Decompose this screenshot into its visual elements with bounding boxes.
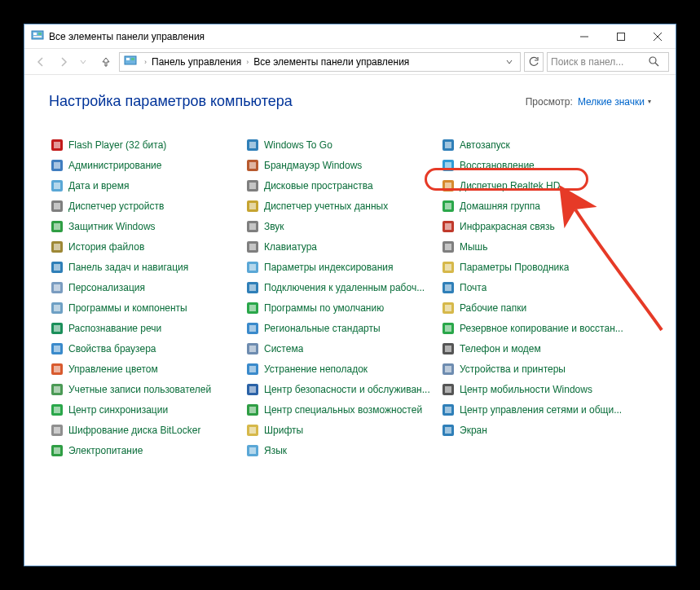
- chevron-down-icon[interactable]: [500, 53, 518, 71]
- svg-rect-18: [445, 142, 451, 148]
- svg-rect-60: [445, 284, 451, 291]
- control-panel-item[interactable]: Диспетчер Realtek HD: [440, 175, 636, 196]
- control-panel-item[interactable]: Телефон и модем: [440, 338, 636, 359]
- svg-rect-72: [445, 325, 451, 332]
- item-label: Звук: [264, 221, 284, 232]
- control-panel-item[interactable]: Центр специальных возможностей: [244, 399, 440, 420]
- item-label: Домашняя группа: [460, 200, 540, 212]
- control-panel-item[interactable]: Центр мобильности Windows: [440, 379, 636, 399]
- control-panel-item[interactable]: Язык: [244, 440, 440, 460]
- item-label: Устранение неполадок: [264, 363, 368, 375]
- control-panel-item[interactable]: Звук: [244, 216, 440, 236]
- control-panel-item[interactable]: Диспетчер учетных данных: [244, 196, 440, 216]
- navbar: › Панель управления › Все элементы панел…: [24, 48, 676, 75]
- item-icon: [51, 261, 64, 274]
- item-label: Панель задач и навигация: [68, 262, 188, 273]
- control-panel-item[interactable]: Свойства браузера: [49, 338, 244, 359]
- control-panel-item[interactable]: Защитник Windows: [49, 216, 244, 236]
- minimize-button[interactable]: [566, 24, 602, 48]
- item-icon: [51, 342, 64, 355]
- item-icon: [51, 403, 64, 416]
- breadcrumb-all-items[interactable]: Все элементы панели управления: [252, 56, 411, 68]
- item-label: Учетные записи пользователей: [68, 384, 211, 395]
- control-panel-item[interactable]: Дата и время: [49, 175, 244, 196]
- control-panel-item[interactable]: Инфракрасная связь: [440, 216, 636, 236]
- control-panel-item[interactable]: Шрифты: [244, 420, 440, 440]
- control-panel-item[interactable]: Брандмауэр Windows: [244, 155, 440, 175]
- forward-button[interactable]: [54, 52, 73, 72]
- control-panel-item[interactable]: Мышь: [440, 236, 636, 257]
- control-panel-item[interactable]: Шифрование диска BitLocker: [49, 420, 244, 440]
- control-panel-item[interactable]: Параметры индексирования: [244, 257, 440, 277]
- control-panel-item[interactable]: Центр управления сетями и общи...: [440, 399, 636, 420]
- svg-rect-88: [249, 386, 256, 393]
- control-panel-item[interactable]: Учетные записи пользователей: [49, 379, 244, 399]
- item-label: Свойства браузера: [68, 343, 156, 354]
- control-panel-item[interactable]: Клавиатура: [244, 236, 440, 257]
- search-box[interactable]: [547, 52, 669, 72]
- control-panel-item[interactable]: Центр синхронизации: [49, 399, 244, 420]
- control-panel-item[interactable]: Программы и компоненты: [49, 297, 244, 318]
- svg-rect-64: [249, 305, 256, 311]
- control-panel-item[interactable]: История файлов: [49, 236, 244, 257]
- refresh-button[interactable]: [524, 52, 544, 72]
- svg-rect-28: [249, 183, 256, 189]
- control-panel-item[interactable]: Автозапуск: [440, 134, 636, 155]
- control-panel-item[interactable]: Устройства и принтеры: [440, 359, 636, 379]
- control-panel-item[interactable]: Управление цветом: [49, 359, 244, 379]
- svg-rect-30: [445, 183, 451, 189]
- history-dropdown[interactable]: [77, 52, 90, 72]
- control-panel-item[interactable]: Администрирование: [49, 155, 244, 175]
- item-icon: [246, 363, 259, 376]
- item-icon: [246, 240, 259, 253]
- svg-rect-34: [249, 203, 256, 209]
- control-panel-item[interactable]: Панель задач и навигация: [49, 257, 244, 277]
- view-selector[interactable]: Мелкие значки: [578, 96, 651, 108]
- control-panel-item[interactable]: Экран: [440, 420, 636, 440]
- control-panel-item[interactable]: Региональные стандарты: [244, 318, 440, 338]
- control-panel-item[interactable]: Дисковые пространства: [244, 175, 440, 196]
- item-label: Брандмауэр Windows: [264, 160, 362, 171]
- control-panel-item[interactable]: Центр безопасности и обслуживан...: [244, 379, 440, 399]
- control-panel-item[interactable]: Параметры Проводника: [440, 257, 636, 277]
- control-panel-item[interactable]: Персонализация: [49, 277, 244, 297]
- control-panel-item[interactable]: Flash Player (32 бита): [49, 134, 244, 155]
- up-button[interactable]: [96, 52, 116, 72]
- svg-rect-86: [54, 386, 60, 393]
- control-panel-item[interactable]: Почта: [440, 277, 636, 297]
- svg-rect-52: [249, 264, 256, 271]
- svg-rect-22: [249, 162, 256, 169]
- svg-line-12: [655, 63, 658, 66]
- item-icon: [442, 220, 455, 233]
- control-panel-item[interactable]: Подключения к удаленным рабоч...: [244, 277, 440, 297]
- svg-rect-66: [445, 305, 451, 311]
- item-label: Подключения к удаленным рабоч...: [264, 282, 425, 293]
- control-panel-item[interactable]: Система: [244, 338, 440, 359]
- control-panel-item[interactable]: Рабочие папки: [440, 297, 636, 318]
- control-panel-item[interactable]: Распознавание речи: [49, 318, 244, 338]
- control-panel-item[interactable]: Электропитание: [49, 440, 244, 460]
- control-panel-item[interactable]: Резервное копирование и восстан...: [440, 318, 636, 338]
- control-panel-item[interactable]: Программы по умолчанию: [244, 297, 440, 318]
- search-input[interactable]: [551, 56, 647, 68]
- control-panel-item[interactable]: Восстановление: [440, 155, 636, 175]
- control-panel-item[interactable]: Устранение неполадок: [244, 359, 440, 379]
- breadcrumb-control-panel[interactable]: Панель управления: [150, 56, 243, 68]
- item-icon: [246, 302, 259, 315]
- item-label: Параметры индексирования: [264, 262, 393, 273]
- svg-rect-84: [445, 366, 451, 372]
- titlebar: Все элементы панели управления: [24, 24, 676, 48]
- item-label: Инфракрасная связь: [460, 221, 555, 232]
- svg-rect-9: [126, 58, 130, 60]
- control-panel-item[interactable]: Диспетчер устройств: [49, 196, 244, 216]
- svg-rect-96: [445, 407, 451, 413]
- maximize-button[interactable]: [602, 24, 639, 48]
- control-panel-item[interactable]: Домашняя группа: [440, 196, 636, 216]
- svg-rect-2: [38, 33, 42, 35]
- item-icon: [51, 363, 64, 376]
- svg-rect-56: [54, 284, 60, 291]
- control-panel-item[interactable]: Windows To Go: [244, 134, 440, 155]
- close-button[interactable]: [639, 24, 676, 48]
- address-bar[interactable]: › Панель управления › Все элементы панел…: [119, 52, 521, 72]
- back-button[interactable]: [31, 52, 51, 72]
